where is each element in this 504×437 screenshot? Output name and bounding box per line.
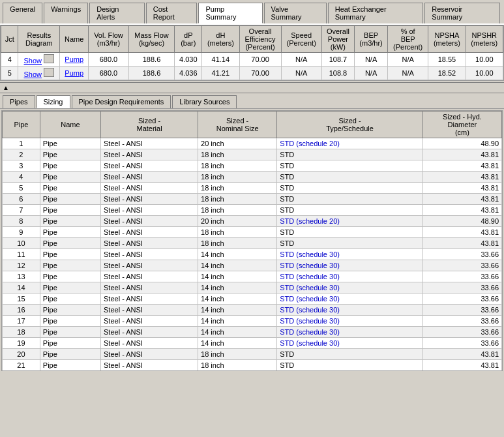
pump-cell[interactable]: Pump (60, 53, 89, 67)
top-tab-heat-exchanger-summary[interactable]: Heat Exchanger Summary (328, 3, 424, 23)
sizing-cell-pipe: 10 (3, 238, 40, 249)
sizing-cell-pipe: 3 (3, 160, 40, 172)
sizing-cell-pipe: 20 (3, 349, 40, 360)
diagram-icon[interactable] (44, 54, 54, 63)
sizing-cell-nominal: 14 inch (198, 282, 277, 294)
sizing-cell-type: STD (schedule 20) (277, 216, 423, 227)
sizing-cell-type: STD (277, 160, 423, 172)
sizing-section: Pipe Name Sized -Material Sized -Nominal… (0, 109, 504, 372)
sizing-cell-name: Pipe (40, 305, 100, 316)
top-tab-valve-summary[interactable]: Valve Summary (264, 3, 327, 23)
pump-cell: 5 (1, 67, 18, 80)
sizing-cell-pipe: 5 (3, 183, 40, 194)
bottom-tab-sizing[interactable]: Sizing (37, 95, 70, 108)
sizing-cell-type: STD (277, 205, 423, 216)
sizing-table-row: 21PipeSteel - ANSI18 inchSTD43.81 (3, 360, 502, 371)
sizing-table-row: 15PipeSteel - ANSI14 inchSTD (schedule 3… (3, 294, 502, 305)
sizing-cell-nominal: 18 inch (198, 183, 277, 194)
section-divider: ▲ (0, 82, 504, 93)
sizing-cell-type: STD (277, 194, 423, 205)
sizing-cell-hyd-diameter: 33.66 (422, 271, 501, 282)
sizing-cell-nominal: 14 inch (198, 338, 277, 349)
top-tab-general[interactable]: General (3, 3, 42, 23)
sizing-table-row: 7PipeSteel - ANSI18 inchSTD43.81 (3, 205, 502, 216)
pump-name-link[interactable]: Pump (65, 55, 83, 63)
sizing-cell-type: STD (schedule 30) (277, 294, 423, 305)
sizing-col-nominal: Sized -Nominal Size (198, 112, 277, 138)
pump-cell: 10.00 (466, 53, 503, 67)
sizing-cell-pipe: 13 (3, 271, 40, 282)
sizing-col-type: Sized -Type/Schedule (277, 112, 423, 138)
schedule-link: STD (schedule 30) (280, 273, 340, 280)
schedule-link: STD (schedule 30) (280, 250, 340, 258)
schedule-link: STD (schedule 30) (280, 262, 340, 269)
sizing-cell-pipe: 11 (3, 249, 40, 260)
diagram-icon[interactable] (44, 68, 54, 77)
sizing-cell-pipe: 7 (3, 205, 40, 216)
bottom-tab-library-sources[interactable]: Library Sources (172, 95, 237, 108)
pump-cell[interactable]: Pump (60, 67, 89, 80)
sizing-table-row: 9PipeSteel - ANSI18 inchSTD43.81 (3, 227, 502, 238)
sizing-cell-hyd-diameter: 33.66 (422, 316, 501, 327)
show-link[interactable]: Show (24, 57, 42, 65)
sizing-cell-name: Pipe (40, 138, 100, 149)
sizing-cell-name: Pipe (40, 205, 100, 216)
col-header-bep: BEP(m3/hr) (355, 26, 388, 53)
top-tab-cost-report[interactable]: Cost Report (146, 3, 198, 23)
sizing-cell-name: Pipe (40, 294, 100, 305)
show-link[interactable]: Show (24, 70, 42, 78)
bottom-tab-pipes[interactable]: Pipes (3, 95, 35, 108)
collapse-arrow-icon[interactable]: ▲ (3, 84, 9, 91)
top-tab-reservoir-summary[interactable]: Reservoir Summary (424, 3, 500, 23)
schedule-link: STD (schedule 20) (280, 217, 340, 225)
sizing-cell-hyd-diameter: 43.81 (422, 349, 501, 360)
sizing-cell-name: Pipe (40, 327, 100, 338)
sizing-col-material: Sized -Material (101, 112, 198, 138)
sizing-table-row: 16PipeSteel - ANSI14 inchSTD (schedule 3… (3, 305, 502, 316)
pump-table-row: 5Show Pump680.0188.64.03641.2170.00N/A10… (1, 67, 503, 80)
sizing-table: Pipe Name Sized -Material Sized -Nominal… (2, 111, 502, 371)
sizing-cell-pipe: 9 (3, 227, 40, 238)
pump-cell: N/A (281, 67, 321, 80)
sizing-table-row: 4PipeSteel - ANSI18 inchSTD43.81 (3, 172, 502, 183)
bottom-tab-pipe-design-requirements[interactable]: Pipe Design Requirements (72, 95, 171, 108)
col-header-efficiency: OverallEfficiency(Percent) (239, 26, 281, 53)
sizing-cell-hyd-diameter: 43.81 (422, 172, 501, 183)
top-tab-warnings[interactable]: Warnings (44, 3, 88, 23)
sizing-cell-material: Steel - ANSI (101, 149, 198, 160)
sizing-cell-name: Pipe (40, 216, 100, 227)
sizing-cell-pipe: 19 (3, 338, 40, 349)
pump-cell: 70.00 (239, 67, 281, 80)
pump-cell[interactable]: Show (18, 53, 60, 67)
sizing-cell-name: Pipe (40, 349, 100, 360)
col-header-pctbep: % ofBEP(Percent) (388, 26, 428, 53)
sizing-cell-name: Pipe (40, 316, 100, 327)
sizing-cell-hyd-diameter: 43.81 (422, 238, 501, 249)
pump-cell: N/A (388, 53, 428, 67)
sizing-cell-name: Pipe (40, 238, 100, 249)
col-header-massflow: Mass Flow(kg/sec) (128, 26, 175, 53)
pump-name-link[interactable]: Pump (65, 69, 83, 77)
sizing-col-name: Name (40, 112, 100, 138)
sizing-table-row: 1PipeSteel - ANSI20 inchSTD (schedule 20… (3, 138, 502, 149)
sizing-cell-material: Steel - ANSI (101, 282, 198, 294)
pump-cell[interactable]: Show (18, 67, 60, 80)
sizing-cell-hyd-diameter: 33.66 (422, 260, 501, 271)
col-header-volflow: Vol. Flow(m3/hr) (89, 26, 129, 53)
pump-cell: 4.030 (175, 53, 202, 67)
col-header-results: ResultsDiagram (18, 26, 60, 53)
pump-cell: N/A (355, 67, 388, 80)
sizing-cell-pipe: 4 (3, 172, 40, 183)
top-tab-design-alerts[interactable]: Design Alerts (89, 3, 145, 23)
sizing-cell-name: Pipe (40, 183, 100, 194)
sizing-cell-nominal: 18 inch (198, 238, 277, 249)
top-tab-pump-summary[interactable]: Pump Summary (198, 3, 262, 23)
col-header-npshr: NPSHR(meters) (466, 26, 503, 53)
sizing-cell-nominal: 14 inch (198, 294, 277, 305)
pump-cell: N/A (388, 67, 428, 80)
sizing-cell-name: Pipe (40, 371, 100, 372)
sizing-cell-nominal: 20 inch (198, 371, 277, 372)
pump-cell: 4.036 (175, 67, 202, 80)
sizing-cell-type: STD (schedule 20) (277, 138, 423, 149)
sizing-cell-material: Steel - ANSI (101, 138, 198, 149)
